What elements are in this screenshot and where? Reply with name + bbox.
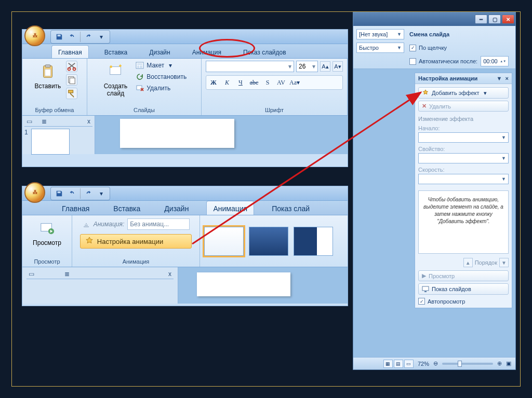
underline-button[interactable]: Ч [234, 77, 247, 88]
svg-point-8 [110, 65, 112, 68]
font-name-combo[interactable]: ▾ [206, 61, 294, 72]
shrink-font-icon[interactable]: A▾ [332, 61, 343, 72]
transition-preview-2[interactable] [249, 227, 288, 256]
fit-to-window-button[interactable]: ▣ [506, 360, 511, 367]
slide-nav-panel: ▭ ≣ x 1 [22, 116, 95, 154]
close-button[interactable]: ✕ [502, 15, 514, 24]
redo-icon[interactable] [84, 32, 94, 42]
transition-preview-3[interactable] [294, 227, 333, 256]
svg-rect-1 [45, 65, 50, 67]
tab2-design[interactable]: Дизайн [158, 201, 195, 215]
move-down-button[interactable]: ▼ [499, 258, 509, 267]
tab-design[interactable]: Дизайн [143, 46, 176, 58]
slide-page[interactable] [120, 119, 234, 148]
zoom-slider-thumb[interactable] [458, 361, 462, 367]
change-case-button[interactable]: Aa▾ [288, 77, 301, 88]
outline-tab-icon[interactable]: ≣ [42, 118, 47, 125]
svg-rect-11 [137, 65, 139, 68]
ribbon-body-home: Вставить Буфер обмена [22, 59, 348, 116]
normal-view-button[interactable]: ▦ [383, 360, 393, 368]
transition-gallery[interactable] [200, 215, 337, 267]
close-nav-icon[interactable]: x [87, 118, 90, 125]
effect-speed-combo[interactable]: ▼ [418, 174, 509, 184]
tab-home[interactable]: Главная [51, 45, 89, 58]
save-icon[interactable] [54, 32, 64, 42]
italic-button[interactable]: К [221, 77, 233, 88]
font-row2: Ж К Ч abc S AV Aa▾ [206, 75, 343, 90]
redo-icon-2[interactable] [84, 188, 94, 199]
preview-icon [38, 219, 56, 237]
tab2-home[interactable]: Главная [56, 201, 96, 215]
preview-button[interactable]: Просмотр [30, 217, 64, 249]
minimize-button[interactable]: ━ [475, 15, 487, 24]
slides-tab-icon-2[interactable]: ▭ [29, 270, 34, 278]
slide-canvas-area [95, 116, 348, 154]
slideshow-view-button[interactable]: ▭ [404, 360, 414, 368]
grow-font-icon[interactable]: A▴ [320, 61, 330, 72]
tab2-insert[interactable]: Вставка [107, 201, 147, 215]
pane-menu-icon[interactable]: ▼ × [497, 75, 509, 81]
reset-button[interactable]: Восстановить [135, 72, 188, 81]
office-button-2[interactable]: ⁂ [24, 182, 45, 203]
pane-preview-button[interactable]: ▶ Просмотр [418, 270, 509, 281]
preview-group-label: Просмотр [34, 257, 60, 266]
on-click-label: По щелчку [419, 45, 447, 51]
char-spacing-button[interactable]: AV [275, 77, 287, 88]
zoom-out-button[interactable]: ⊖ [433, 360, 438, 367]
format-painter-icon[interactable] [66, 88, 77, 99]
paste-button[interactable]: Вставить [32, 61, 64, 99]
sorter-view-button[interactable]: ▤ [394, 360, 403, 368]
start-combo[interactable]: ▼ [418, 132, 509, 143]
custom-animation-button[interactable]: Настройка анимации [80, 234, 192, 249]
sound-combo[interactable]: [Нет звука]▼ [356, 29, 404, 39]
sound-combo-value: [Нет звука] [359, 31, 388, 37]
transition-preview-1[interactable] [204, 227, 244, 256]
animate-combo[interactable]: Без анимац... [127, 218, 190, 230]
font-size-combo[interactable]: 26 ▾ [296, 61, 318, 72]
auto-after-spinner[interactable]: 00:00 ▲▼ [481, 56, 509, 66]
autoplay-checkbox[interactable]: ✓ Автопросмотр [418, 298, 509, 305]
strike-button[interactable]: abc [248, 77, 260, 88]
save-icon-2[interactable] [54, 188, 64, 199]
cut-icon[interactable] [66, 61, 77, 72]
slide-page-2[interactable] [197, 272, 290, 296]
outline-tab-icon-2[interactable]: ≣ [64, 270, 70, 278]
tab-animation[interactable]: Анимация [186, 46, 228, 58]
add-effect-button[interactable]: Добавить эффект ▾ [418, 87, 509, 99]
maximize-button[interactable]: ▢ [488, 15, 501, 24]
zoom-in-button[interactable]: ⊕ [497, 360, 502, 367]
speed-combo[interactable]: Быстро▼ [356, 43, 404, 53]
delete-button[interactable]: Удалить [135, 84, 188, 93]
animation-group-label: Анимация [123, 257, 150, 266]
slides-tab-icon[interactable]: ▭ [26, 118, 32, 125]
layout-button[interactable]: Макет ▾ [135, 61, 188, 70]
property-combo[interactable]: ▼ [418, 153, 509, 163]
qat-customize-icon-2[interactable]: ▾ [96, 188, 107, 199]
pane-title-label: Настройка анимации [418, 75, 477, 81]
star-gear-icon [85, 237, 94, 246]
bold-button[interactable]: Ж [207, 77, 220, 88]
pane-preview-label: Просмотр [429, 273, 455, 279]
shadow-button[interactable]: S [261, 77, 274, 88]
pane-slideshow-button[interactable]: Показ слайдов [418, 283, 509, 295]
auto-after-checkbox[interactable]: Автоматически после: [409, 58, 477, 65]
move-up-button[interactable]: ▲ [463, 258, 473, 267]
zoom-value: 72% [418, 361, 429, 367]
tab2-animation[interactable]: Анимация [206, 201, 254, 215]
new-slide-button[interactable]: Создать слайд [101, 61, 131, 99]
slide-thumbnail-1[interactable]: 1 [24, 129, 92, 155]
copy-icon[interactable] [66, 74, 77, 86]
panel-ribbon-animation: ⁂ ▾ Главная Вставка Дизайн Анимация Пока… [22, 186, 348, 306]
on-click-checkbox[interactable]: ✓ По щелчку [409, 45, 512, 51]
checkbox-checked-icon-2: ✓ [418, 298, 425, 305]
zoom-slider[interactable] [442, 363, 493, 365]
undo-icon[interactable] [66, 32, 77, 42]
remove-effect-button[interactable]: ✕ Удалить [418, 101, 509, 112]
tab-insert[interactable]: Вставка [98, 46, 134, 58]
close-nav-icon-2[interactable]: x [168, 270, 171, 278]
tab2-slideshow[interactable]: Показ слай [265, 201, 316, 215]
undo-icon-2[interactable] [66, 188, 77, 199]
qat-customize-icon[interactable]: ▾ [96, 32, 107, 42]
office-button[interactable]: ⁂ [24, 25, 45, 46]
tab-slideshow[interactable]: Показ слайдов [237, 46, 292, 58]
